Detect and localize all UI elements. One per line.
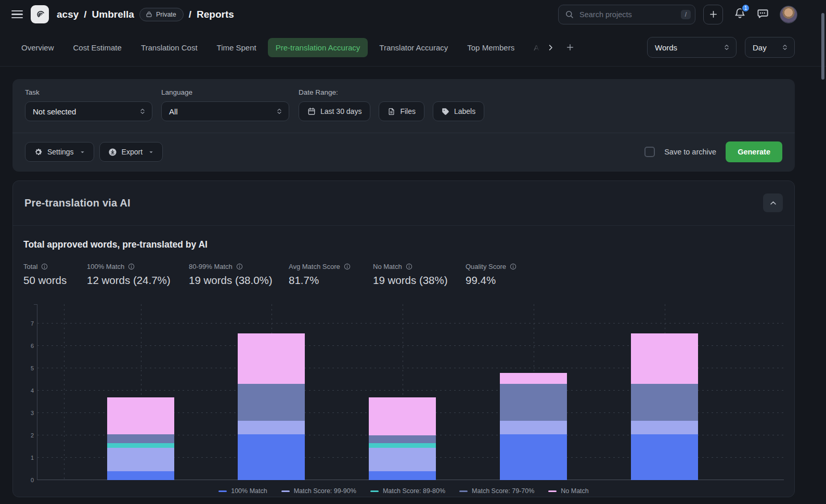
legend-item-match-score-99-90-[interactable]: Match Score: 99-90%: [281, 487, 356, 495]
legend-item-no-match[interactable]: No Match: [548, 487, 589, 495]
stat-value: 81.7%: [289, 274, 373, 287]
report-card-title: Pre-translation via AI: [24, 197, 131, 209]
bar-segment-match-score-79-70-: [500, 384, 567, 421]
stat-value: 50 words: [23, 274, 87, 287]
period-select[interactable]: Day: [745, 37, 795, 58]
legend-swatch: [459, 490, 468, 492]
search-input[interactable]: [578, 10, 676, 19]
pre-translation-report-card: Pre-translation via AI Total approved wo…: [12, 180, 795, 497]
info-icon[interactable]: [406, 263, 412, 270]
stat-no-match: No Match19 words (38%): [373, 263, 466, 287]
bar-segment-100-match: [238, 434, 305, 480]
search-icon: [565, 10, 574, 19]
bar-segment-no-match: [369, 397, 436, 435]
private-badge: Private: [139, 8, 184, 21]
info-icon[interactable]: [510, 263, 517, 270]
vertical-gridline: [64, 304, 64, 480]
generate-button[interactable]: Generate: [726, 141, 782, 162]
date-range-button[interactable]: Last 30 days: [299, 101, 370, 121]
tab-overview[interactable]: Overview: [14, 38, 62, 57]
info-icon[interactable]: [344, 263, 351, 270]
language-filter-label: Language: [161, 88, 289, 96]
legend-swatch: [370, 490, 379, 492]
stat-value: 12 words (24.7%): [87, 274, 189, 287]
page-scrollbar-thumb[interactable]: [821, 13, 824, 80]
stat-100-match: 100% Match12 words (24.7%): [87, 263, 189, 287]
y-tick-label: 4: [23, 387, 34, 394]
plus-icon: [709, 10, 718, 19]
tab-translator-accuracy[interactable]: Translator Accuracy: [371, 38, 456, 57]
user-avatar[interactable]: [780, 6, 797, 23]
lock-icon: [146, 11, 152, 18]
plus-icon: [566, 43, 574, 51]
unit-select[interactable]: Words: [647, 37, 737, 58]
y-tick-label: 3: [23, 410, 34, 416]
calendar-icon: [307, 107, 316, 115]
info-icon[interactable]: [41, 263, 48, 270]
tabs-scroll-right-button[interactable]: [541, 40, 560, 56]
updown-chevrons-icon: [723, 44, 730, 51]
horizontal-gridline: [37, 323, 784, 324]
breadcrumb-org[interactable]: acsy: [57, 9, 79, 20]
updown-chevrons-icon: [781, 44, 789, 51]
tab-top-members[interactable]: Top Members: [459, 38, 522, 57]
stats-row: Total50 words100% Match12 words (24.7%)8…: [23, 263, 784, 287]
y-tick-label: 7: [23, 320, 34, 327]
labels-filter-button[interactable]: Labels: [433, 101, 484, 121]
bar-segment-match-score-99-90-: [631, 421, 698, 434]
tab-list: OverviewCost EstimateTranslation CostTim…: [14, 38, 541, 57]
save-to-archive-checkbox[interactable]: [644, 147, 655, 157]
logo-swirl-icon: [34, 9, 46, 20]
tab-translation-cost[interactable]: Translation Cost: [133, 38, 205, 57]
chart-legend: 100% MatchMatch Score: 99-90%Match Score…: [23, 487, 784, 495]
bar-segment-match-score-99-90-: [500, 421, 567, 434]
info-icon[interactable]: [128, 263, 135, 270]
bar-segment-match-score-79-70-: [369, 435, 436, 443]
tab-pre-translation-accuracy[interactable]: Pre-translation Accuracy: [268, 38, 368, 57]
settings-dropdown-button[interactable]: Settings: [25, 142, 94, 162]
hamburger-menu-icon[interactable]: [11, 10, 23, 19]
legend-item-match-score-79-70-[interactable]: Match Score: 79-70%: [459, 487, 534, 495]
legend-item-100-match[interactable]: 100% Match: [218, 487, 267, 495]
info-icon[interactable]: [236, 263, 243, 270]
bar-segment-match-score-99-90-: [107, 448, 174, 471]
language-select[interactable]: All: [161, 101, 289, 121]
bar-segment-match-score-89-80-: [107, 443, 174, 448]
chart-section-title: Total approved words, pre-translated by …: [23, 239, 784, 250]
y-tick-label: 0: [23, 477, 34, 483]
collapse-card-button[interactable]: [763, 193, 783, 212]
tab-cost-estimate[interactable]: Cost Estimate: [66, 38, 130, 57]
add-report-tab-button[interactable]: [560, 39, 580, 56]
y-axis-line: [37, 304, 37, 480]
search-box[interactable]: /: [558, 5, 695, 24]
tab-time-spent[interactable]: Time Spent: [209, 38, 264, 57]
legend-swatch: [548, 490, 557, 492]
report-filters-panel: Task Not selected Language All Date Rang…: [12, 79, 795, 172]
file-icon: [388, 108, 395, 115]
bar-segment-no-match: [238, 333, 305, 384]
files-filter-button[interactable]: Files: [379, 101, 424, 121]
bar-segment-match-score-99-90-: [369, 448, 436, 471]
stat-value: 19 words (38%): [373, 274, 466, 287]
bar-segment-no-match: [107, 397, 174, 434]
gear-icon: [34, 148, 43, 157]
breadcrumb-project[interactable]: Umbrella: [92, 9, 134, 20]
bar-segment-100-match: [631, 434, 698, 480]
reports-tab-bar: OverviewCost EstimateTranslation CostTim…: [0, 29, 826, 67]
notifications-button[interactable]: 1: [734, 7, 746, 21]
legend-swatch: [218, 490, 227, 492]
bar-segment-match-score-89-80-: [369, 443, 436, 448]
updown-chevrons-icon: [139, 108, 146, 115]
export-dropdown-button[interactable]: Export: [99, 142, 163, 162]
create-project-button[interactable]: [703, 5, 723, 24]
app-logo[interactable]: [31, 5, 49, 23]
tab-ar[interactable]: Ar: [526, 38, 541, 57]
messages-button[interactable]: [757, 7, 769, 21]
bar-segment-100-match: [107, 471, 174, 480]
legend-swatch: [281, 490, 290, 492]
task-select[interactable]: Not selected: [25, 101, 152, 121]
breadcrumb: acsy / Umbrella Private / Reports: [57, 8, 234, 21]
tag-icon: [442, 108, 449, 115]
top-bar: acsy / Umbrella Private / Reports / 1: [0, 0, 826, 29]
legend-item-match-score-89-80-[interactable]: Match Score: 89-80%: [370, 487, 445, 495]
